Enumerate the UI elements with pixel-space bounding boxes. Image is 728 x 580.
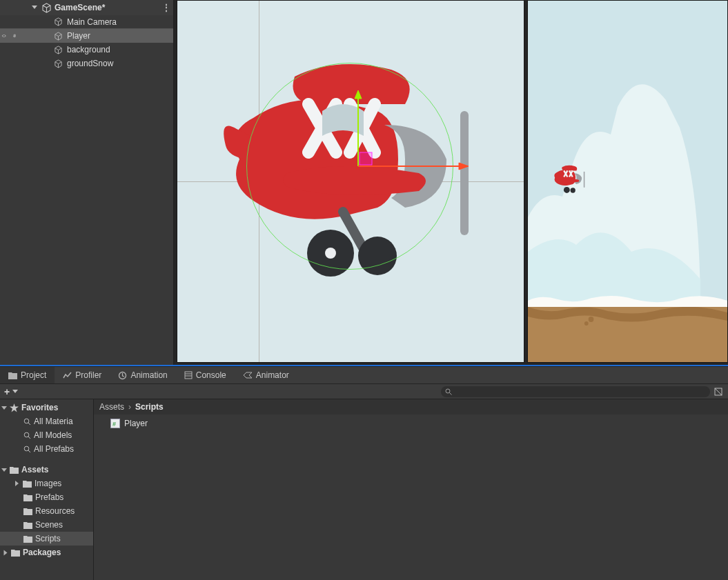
favorites-header[interactable]: Favorites [0,401,93,414]
hierarchy-item-player[interactable]: Player [0,29,173,43]
folder-icon [23,521,32,529]
favorite-all-models[interactable]: All Models [0,428,93,442]
svg-point-12 [571,188,575,192]
hierarchy-item-label: Main Camera [67,17,117,27]
gameobject-icon [54,17,63,26]
project-panel: Project Profiler Animation Console Anima… [0,365,728,580]
hierarchy-item-label: Player [67,31,90,41]
folder-tree: Favorites All Materia All Models All Pre… [0,399,94,580]
chevron-down-icon [12,390,18,393]
hierarchy-item-main-camera[interactable]: Main Camera [0,15,173,29]
folder-prefabs[interactable]: Prefabs [0,490,93,504]
folder-icon [8,372,17,379]
hierarchy-panel: GameScene* Main Camera Player [0,0,174,365]
scene-view-main[interactable] [177,0,524,363]
project-content: Assets › Scripts # Player [94,399,728,580]
gameobject-icon [54,32,63,41]
svg-point-14 [584,321,589,326]
favorites-label: Favorites [21,403,58,412]
add-asset-button[interactable]: + [4,386,18,397]
file-label: Player [124,419,148,428]
packages-header[interactable]: Packages [0,546,93,559]
favorite-label: All Materia [34,417,73,426]
gameobject-icon [54,46,63,54]
svg-line-18 [450,392,452,394]
gameobject-icon [54,59,63,68]
plus-icon: + [4,386,10,397]
csharp-icon: # [110,419,120,428]
favorite-all-prefabs[interactable]: All Prefabs [0,442,93,456]
search-icon [23,446,31,453]
folder-icon [23,535,32,543]
folder-label: Scenes [35,520,63,530]
tab-label: Animator [256,370,289,380]
svg-line-23 [28,437,30,439]
svg-point-4 [358,237,397,275]
project-toolbar: + [0,384,728,399]
packages-label: Packages [23,548,61,557]
project-search-input[interactable] [455,388,706,396]
svg-point-24 [24,446,29,451]
file-list[interactable]: # Player [94,414,728,580]
chevron-right-icon: › [128,402,131,412]
tab-animation[interactable]: Animation [110,367,175,383]
folder-label: Prefabs [35,492,63,502]
expand-icon [32,6,37,9]
tab-label: Animation [130,370,167,380]
visibility-icon[interactable] [1,32,7,39]
tab-label: Console [196,370,226,380]
tab-console[interactable]: Console [176,367,235,383]
folder-icon [23,494,32,501]
hierarchy-item-label: background [67,45,110,54]
hierarchy-item-background[interactable]: background [0,43,173,57]
folder-icon [10,466,19,474]
search-icon [445,388,452,395]
svg-point-0 [3,35,5,37]
pickable-icon[interactable] [12,32,17,40]
folder-images[interactable]: Images [0,477,93,490]
folder-label: Scripts [35,534,61,543]
svg-point-13 [589,317,594,322]
player-sprite-mini [551,163,587,194]
folder-icon [23,508,32,515]
svg-line-25 [28,450,30,452]
console-icon [184,371,193,379]
unity-icon [41,3,52,13]
hierarchy-item-groundsnow[interactable]: groundSnow [0,57,173,70]
svg-line-21 [28,423,30,425]
game-view[interactable] [527,0,728,363]
bottom-tabs: Project Profiler Animation Console Anima… [0,366,728,384]
ground-trim [528,293,727,307]
folder-icon [11,549,20,557]
context-menu-icon[interactable] [159,3,173,12]
favorite-label: All Prefabs [34,444,74,454]
expand-icon [15,481,19,486]
tab-profiler[interactable]: Profiler [55,367,110,383]
favorite-all-materials[interactable]: All Materia [0,414,93,428]
folder-scenes[interactable]: Scenes [0,518,93,532]
folder-label: Resources [35,506,75,516]
tab-project[interactable]: Project [0,367,55,383]
svg-rect-16 [185,372,192,379]
favorite-label: All Models [34,430,72,440]
svg-point-20 [24,419,29,423]
breadcrumb-current[interactable]: Scripts [135,402,164,412]
svg-point-3 [325,248,336,259]
folder-resources[interactable]: Resources [0,504,93,518]
scene-name: GameScene* [55,3,105,12]
ground [528,307,727,362]
scene-header[interactable]: GameScene* [0,0,173,15]
hidden-icon [714,388,722,396]
breadcrumb-root[interactable]: Assets [99,402,124,412]
filter-toggle[interactable] [713,386,724,397]
project-search[interactable] [441,386,710,397]
tab-animator[interactable]: Animator [235,367,297,383]
clock-icon [118,371,127,380]
svg-rect-1 [460,111,469,235]
file-player-script[interactable]: # Player [94,416,728,430]
folder-scripts[interactable]: Scripts [0,532,93,546]
tab-label: Profiler [75,370,101,380]
player-sprite[interactable] [212,49,488,283]
assets-header[interactable]: Assets [0,463,93,477]
assets-label: Assets [21,465,48,474]
